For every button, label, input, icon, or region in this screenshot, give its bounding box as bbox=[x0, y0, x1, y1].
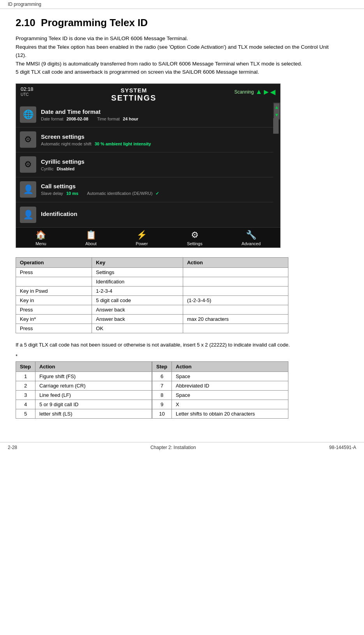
arrow-up-icon: ▲ bbox=[255, 88, 262, 96]
screen-menu-list: 🌐 Date and Time format Date format 2008-… bbox=[16, 103, 273, 227]
intro-line-2: Requires that the Telex option has been … bbox=[16, 43, 335, 60]
datetime-details: Date format 2008-02-08 Time format 24 ho… bbox=[41, 117, 269, 121]
screen-bottom-bar: 🏠 Menu 📋 About ⚡ Power ⚙ Settings 🔧 Adva… bbox=[16, 227, 280, 248]
page-header: ID programming bbox=[0, 0, 364, 9]
cyrillic-details: Cyrillic Disabled bbox=[41, 166, 269, 171]
screen-time: 02:18 UTC bbox=[21, 86, 34, 97]
step-table-right: Step Action 6Space7Abbreviated ID8Space9… bbox=[152, 361, 288, 419]
bottom-advanced[interactable]: 🔧 Advanced bbox=[242, 230, 261, 246]
screen-details: Automatic night mode shift 30 % ambient … bbox=[41, 142, 269, 146]
identification-icon: 👤 bbox=[20, 207, 36, 223]
table-row: Key in5 digit call code(1-2-3-4-5) bbox=[16, 295, 288, 305]
menu-item-identification[interactable]: 👤 Identification bbox=[16, 202, 273, 227]
cyrillic-content: Cyrillic settings Cyrillic Disabled bbox=[41, 158, 269, 171]
scrollbar-up[interactable]: ▲ bbox=[274, 103, 279, 111]
step-table-left: Step Action 1Figure shift (FS)2Carriage … bbox=[16, 361, 152, 419]
menu-icon: 🏠 bbox=[35, 230, 46, 240]
call-title: Call settings bbox=[41, 183, 269, 189]
table-row: 1Figure shift (FS) bbox=[16, 371, 152, 381]
menu-item-call[interactable]: 👤 Call settings Slave delay 10 ms Automa… bbox=[16, 177, 273, 202]
datetime-title: Date and Time format bbox=[41, 108, 269, 115]
power-icon: ⚡ bbox=[136, 230, 147, 240]
action-col-right: Action bbox=[172, 361, 288, 371]
footer-left: 2-28 bbox=[8, 445, 17, 450]
scrollbar[interactable]: ▲ ▼ bbox=[273, 103, 280, 120]
intro-line-4: 5 digit TLX call code and answerback is … bbox=[16, 68, 335, 76]
table-row: 6Space bbox=[152, 371, 288, 381]
screen-title-system: SYSTEM bbox=[34, 87, 235, 94]
col-action: Action bbox=[183, 257, 288, 267]
page-footer: 2-28 Chapter 2: Installation 98-144591-A bbox=[0, 442, 364, 453]
table-row: 3Line feed (LF) bbox=[16, 390, 152, 400]
screen-title-settings: SETTINGS bbox=[34, 94, 235, 103]
footer-center: Chapter 2: Installation bbox=[150, 445, 196, 450]
table-row: 10Letter shifts to obtain 20 characters bbox=[152, 409, 288, 418]
identification-title: Identification bbox=[41, 210, 269, 217]
intro-line-3: The MMSI (9 digits) is automatically tra… bbox=[16, 60, 335, 68]
screen-title-block: SYSTEM SETTINGS bbox=[34, 86, 235, 103]
table-row: PressOK bbox=[16, 324, 288, 333]
menu-item-datetime[interactable]: 🌐 Date and Time format Date format 2008-… bbox=[16, 103, 273, 127]
col-key: Key bbox=[92, 257, 183, 267]
signal-icon: ▶ bbox=[264, 88, 269, 96]
screen-top-bar: 02:18 UTC SYSTEM SETTINGS Scanning ▲ ▶ ◀ bbox=[16, 84, 280, 103]
asterisk: * bbox=[16, 353, 348, 359]
bottom-about[interactable]: 📋 About bbox=[85, 230, 97, 246]
page-content: 2.10 Programming Telex ID Programming Te… bbox=[0, 9, 364, 430]
operation-table-section: Operation Key Action PressSettingsIdenti… bbox=[16, 257, 348, 333]
screen-body: 🌐 Date and Time format Date format 2008-… bbox=[16, 103, 280, 227]
table-row: 2Carriage return (CR) bbox=[16, 381, 152, 390]
section-title: 2.10 Programming Telex ID bbox=[16, 17, 348, 29]
screenshot: 02:18 UTC SYSTEM SETTINGS Scanning ▲ ▶ ◀… bbox=[16, 83, 281, 248]
advanced-icon: 🔧 bbox=[246, 230, 256, 240]
identification-content: Identification bbox=[41, 210, 269, 219]
table-row: 9X bbox=[152, 400, 288, 409]
step-col-right: Step bbox=[152, 361, 172, 371]
settings-icon: ⚙ bbox=[191, 230, 199, 240]
screen-title: Screen settings bbox=[41, 133, 269, 140]
step-col-left: Step bbox=[16, 361, 35, 371]
header-text: ID programming bbox=[8, 2, 41, 7]
note-text: If a 5 digit TLX call code has not been … bbox=[16, 341, 348, 349]
screen-content: Screen settings Automatic night mode shi… bbox=[41, 133, 269, 146]
operation-table: Operation Key Action PressSettingsIdenti… bbox=[16, 257, 288, 333]
screen-status: Scanning ▲ ▶ ◀ bbox=[234, 86, 276, 96]
table-row: Key in Pswd1-2-3-4 bbox=[16, 286, 288, 295]
call-icon: 👤 bbox=[20, 181, 36, 198]
screen-icon: ⚙ bbox=[20, 131, 36, 148]
menu-item-cyrillic[interactable]: ⚙ Cyrillic settings Cyrillic Disabled bbox=[16, 152, 273, 177]
col-operation: Operation bbox=[16, 257, 92, 267]
table-row: 5letter shift (LS) bbox=[16, 409, 152, 418]
step-tables: Step Action 1Figure shift (FS)2Carriage … bbox=[16, 361, 288, 419]
bottom-settings[interactable]: ⚙ Settings bbox=[187, 230, 203, 246]
intro-line-1: Programming Telex ID is done via the in … bbox=[16, 34, 335, 43]
cyrillic-icon: ⚙ bbox=[20, 156, 36, 173]
call-content: Call settings Slave delay 10 ms Automati… bbox=[41, 183, 269, 196]
table-row: 8Space bbox=[152, 390, 288, 400]
call-details: Slave delay 10 ms Automatic identificati… bbox=[41, 191, 269, 196]
table-row: PressSettings bbox=[16, 267, 288, 277]
menu-item-screen[interactable]: ⚙ Screen settings Automatic night mode s… bbox=[16, 127, 273, 152]
table-row: Identification bbox=[16, 277, 288, 286]
footer-right: 98-144591-A bbox=[329, 445, 356, 450]
arrow-left-icon: ◀ bbox=[270, 88, 276, 96]
table-row: 7Abbreviated ID bbox=[152, 381, 288, 390]
bottom-power[interactable]: ⚡ Power bbox=[136, 230, 148, 246]
about-icon: 📋 bbox=[86, 230, 96, 240]
cyrillic-title: Cyrillic settings bbox=[41, 158, 269, 165]
datetime-icon: 🌐 bbox=[20, 106, 36, 123]
bottom-menu[interactable]: 🏠 Menu bbox=[35, 230, 46, 246]
table-row: 45 or 9 digit call ID bbox=[16, 400, 152, 409]
table-row: PressAnswer back bbox=[16, 305, 288, 314]
datetime-content: Date and Time format Date format 2008-02… bbox=[41, 108, 269, 121]
table-row: Key in*Answer backmax 20 characters bbox=[16, 314, 288, 324]
scrollbar-thumb bbox=[273, 118, 279, 134]
scrollbar-down[interactable]: ▼ bbox=[274, 111, 279, 119]
action-col-left: Action bbox=[35, 361, 152, 371]
intro-text: Programming Telex ID is done via the in … bbox=[16, 34, 335, 76]
